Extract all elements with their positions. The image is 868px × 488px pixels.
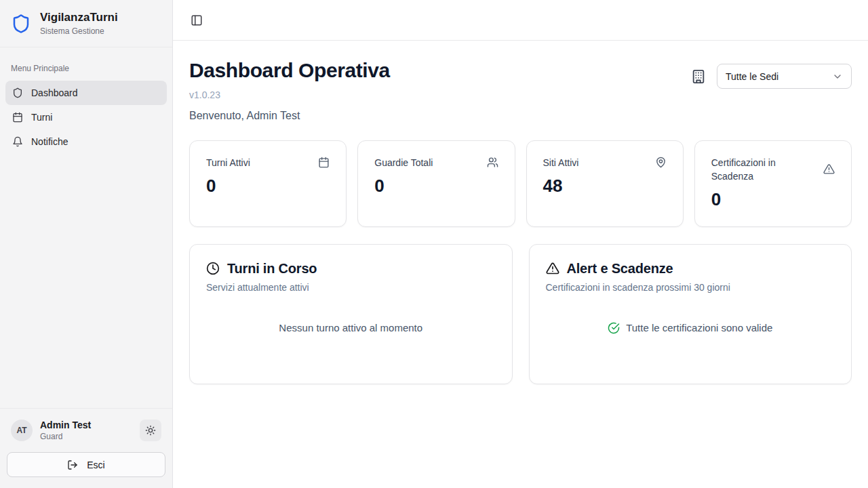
sidebar-item-turni[interactable]: Turni (5, 105, 167, 129)
logout-label: Esci (87, 460, 104, 470)
stat-value: 0 (206, 176, 330, 197)
panel-title-row: Alert e Scadenze (546, 261, 835, 277)
calendar-icon (318, 157, 330, 168)
stat-card-turni-attivi: Turni Attivi 0 (189, 140, 347, 227)
map-pin-icon (655, 157, 667, 168)
panel-left-icon (191, 14, 203, 26)
panel-subtitle: Servizi attualmente attivi (206, 282, 496, 293)
user-row: AT Admin Test Guard (7, 417, 165, 452)
panels-grid: Turni in Corso Servizi attualmente attiv… (189, 244, 852, 384)
page-header: Dashboard Operativa v1.0.23 Benvenuto, A… (189, 59, 852, 122)
stat-card-siti-attivi: Siti Attivi 48 (526, 140, 684, 227)
nav-section-label: Menu Principale (5, 53, 167, 81)
clock-icon (206, 262, 220, 275)
avatar: AT (11, 420, 33, 441)
sidebar-spacer (0, 159, 172, 408)
stat-label: Certificazioni in Scadenza (711, 156, 800, 184)
stat-label: Turni Attivi (206, 156, 250, 169)
stat-head: Siti Attivi (543, 156, 667, 169)
site-filter-select[interactable]: Tutte le Sedi (717, 64, 852, 89)
header-controls: Tutte le Sedi (691, 64, 852, 89)
page-header-left: Dashboard Operativa v1.0.23 Benvenuto, A… (189, 59, 390, 122)
shield-logo-icon (11, 14, 31, 34)
main-area: Dashboard Operativa v1.0.23 Benvenuto, A… (173, 0, 868, 488)
shield-icon (12, 87, 23, 98)
stat-value: 48 (543, 176, 667, 197)
page-content: Dashboard Operativa v1.0.23 Benvenuto, A… (173, 41, 868, 488)
stat-head: Certificazioni in Scadenza (711, 156, 835, 184)
version-label: v1.0.23 (189, 89, 390, 100)
stat-card-guardie-totali: Guardie Totali 0 (357, 140, 515, 227)
sidebar-item-label: Dashboard (31, 87, 78, 98)
empty-state-text: Nessun turno attivo al momento (279, 322, 422, 333)
sidebar: VigilanzaTurni Sistema Gestione Menu Pri… (0, 0, 173, 488)
user-info: Admin Test Guard (40, 420, 91, 441)
stat-label: Guardie Totali (374, 156, 433, 169)
app-title-block: VigilanzaTurni Sistema Gestione (40, 11, 118, 36)
user-role: Guard (40, 432, 91, 441)
stat-label: Siti Attivi (543, 156, 579, 169)
panel-alert-scadenze: Alert e Scadenze Certificazioni in scade… (529, 244, 852, 384)
app-subtitle: Sistema Gestione (40, 26, 118, 36)
stat-card-certificazioni: Certificazioni in Scadenza 0 (694, 140, 852, 227)
panel-title: Alert e Scadenze (567, 261, 673, 277)
stat-head: Guardie Totali (374, 156, 498, 169)
stats-grid: Turni Attivi 0 Guardie Totali (189, 140, 852, 227)
theme-toggle-button[interactable] (140, 420, 161, 441)
alert-triangle-icon (546, 262, 559, 275)
panel-empty-state: Tutte le certificazioni sono valide (546, 293, 835, 367)
main-nav: Menu Principale Dashboard Turni (0, 47, 172, 159)
welcome-text: Benvenuto, Admin Test (189, 110, 390, 122)
users-icon (487, 157, 498, 168)
bell-icon (12, 136, 23, 147)
panel-title: Turni in Corso (227, 261, 317, 277)
app-logo-header: VigilanzaTurni Sistema Gestione (0, 0, 172, 47)
log-out-icon (67, 460, 78, 470)
sidebar-item-dashboard[interactable]: Dashboard (5, 81, 167, 105)
sidebar-item-notifiche[interactable]: Notifiche (5, 129, 167, 154)
alert-triangle-icon (823, 163, 835, 175)
panel-title-row: Turni in Corso (206, 261, 496, 277)
stat-head: Turni Attivi (206, 156, 330, 169)
chevron-down-icon (832, 71, 843, 82)
building-icon (691, 69, 706, 84)
panel-subtitle: Certificazioni in scadenza prossimi 30 g… (546, 282, 835, 293)
site-filter-value: Tutte le Sedi (726, 71, 778, 82)
check-circle-icon (608, 322, 620, 334)
sun-icon (145, 425, 156, 436)
stat-value: 0 (711, 189, 835, 210)
sidebar-item-label: Notifiche (31, 136, 68, 147)
topbar (173, 0, 868, 41)
sidebar-footer: AT Admin Test Guard Esci (0, 408, 172, 488)
stat-value: 0 (374, 176, 498, 197)
empty-state-text: Tutte le certificazioni sono valide (626, 322, 772, 333)
page-title: Dashboard Operativa (189, 59, 390, 83)
sidebar-item-label: Turni (31, 112, 52, 123)
app-name: VigilanzaTurni (40, 11, 118, 24)
user-name: Admin Test (40, 420, 91, 432)
sidebar-toggle-button[interactable] (189, 13, 204, 28)
panel-empty-state: Nessun turno attivo al momento (206, 293, 496, 367)
calendar-icon (12, 112, 23, 123)
panel-turni-in-corso: Turni in Corso Servizi attualmente attiv… (189, 244, 513, 384)
logout-button[interactable]: Esci (7, 452, 165, 477)
